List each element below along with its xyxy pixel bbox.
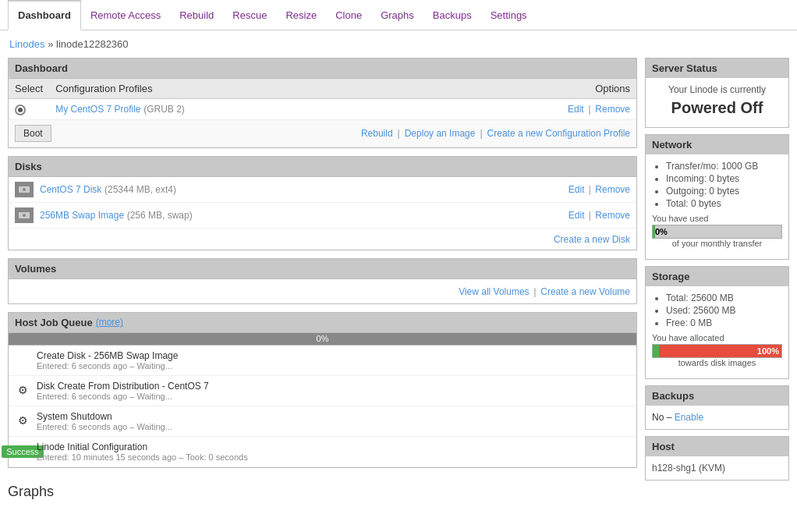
server-status-header: Server Status — [646, 59, 788, 78]
job-title-4: Linode Initial Configuration — [37, 442, 630, 452]
top-navigation: Dashboard Remote Access Rebuild Rescue R… — [0, 0, 797, 30]
tab-remote-access[interactable]: Remote Access — [81, 2, 170, 29]
options-col-header: Options — [434, 79, 636, 99]
tab-settings[interactable]: Settings — [481, 2, 537, 29]
profiles-col-header: Configuration Profiles — [49, 79, 434, 99]
dashboard-section: Dashboard Select Configuration Profiles … — [8, 58, 637, 148]
profile-radio[interactable] — [15, 105, 26, 115]
svg-point-5 — [23, 214, 26, 217]
view-all-volumes-link[interactable]: View all Volumes — [459, 286, 530, 297]
storage-header: Storage — [646, 267, 788, 286]
boot-button[interactable]: Boot — [15, 125, 51, 142]
tab-rebuild[interactable]: Rebuild — [170, 2, 223, 29]
create-volume-link[interactable]: Create a new Volume — [540, 286, 630, 297]
gear-icon-3: ⚙ — [18, 414, 28, 427]
svg-point-2 — [23, 188, 26, 191]
tab-dashboard[interactable]: Dashboard — [8, 0, 81, 30]
profile-edit-link[interactable]: Edit — [568, 104, 584, 115]
tab-resize[interactable]: Resize — [276, 2, 326, 29]
job-row-3: ⚙ System Shutdown Entered: 6 seconds ago… — [9, 406, 636, 437]
job-list: Create Disk - 256MB Swap Image Entered: … — [8, 346, 637, 468]
disks-header: Disks — [8, 156, 637, 177]
network-section: Network Transfer/mo: 1000 GB Incoming: 0… — [645, 134, 789, 260]
transfer-bar-wrap: You have used 0% of your monthly transfe… — [652, 214, 782, 248]
job-row-4: Success Linode Initial Configuration Ent… — [9, 437, 636, 467]
backups-section: Backups No – Enable — [645, 385, 789, 430]
storage-item-0: Total: 25600 MB — [666, 293, 782, 303]
storage-bar-used — [653, 345, 659, 357]
backups-enable[interactable]: Enable — [675, 412, 703, 423]
job-subtitle-3: Entered: 6 seconds ago – Waiting... — [37, 422, 630, 431]
deploy-link[interactable]: Deploy an Image — [405, 128, 476, 139]
tab-graphs[interactable]: Graphs — [371, 2, 423, 29]
rebuild-link[interactable]: Rebuild — [361, 128, 393, 139]
sep1: | — [588, 103, 590, 115]
breadcrumb-separator: » — [45, 38, 56, 50]
job-badge-4: Success — [15, 443, 30, 459]
disks-section: Disks CentOS 7 Disk (25344 MB, ext4) Edi… — [8, 156, 637, 250]
tab-backups[interactable]: Backups — [423, 2, 481, 29]
linodes-link[interactable]: Linodes — [9, 38, 45, 50]
graphs-title: Graphs — [8, 476, 637, 504]
job-icon-2: ⚙ — [15, 382, 30, 398]
disk-edit-1[interactable]: Edit — [569, 184, 585, 195]
profile-remove-link[interactable]: Remove — [595, 104, 630, 115]
create-config-link[interactable]: Create a new Configuration Profile — [487, 128, 630, 139]
backups-no: No — [652, 412, 664, 423]
job-progress-bar: 0% — [8, 333, 637, 346]
job-subtitle-2: Entered: 6 seconds ago – Waiting... — [37, 392, 630, 401]
job-title-2: Disk Create From Distribution - CentOS 7 — [37, 381, 630, 392]
table-row: My CentOS 7 Profile (GRUB 2) Edit | Remo… — [9, 99, 636, 120]
dashboard-header: Dashboard — [8, 58, 637, 79]
job-queue-title: Host Job Queue — [15, 317, 93, 328]
transfer-note: of your monthly transfer — [652, 239, 782, 248]
network-item-0: Transfer/mo: 1000 GB — [666, 161, 782, 172]
network-item-1: Incoming: 0 bytes — [666, 173, 782, 184]
disk-actions-2: Edit | Remove — [569, 210, 630, 221]
job-progress-text: 0% — [317, 334, 329, 343]
tab-clone[interactable]: Clone — [326, 2, 371, 29]
profile-meta: (GRUB 2) — [143, 104, 185, 115]
job-queue-more[interactable]: (more) — [96, 317, 123, 328]
job-queue-header: Host Job Queue (more) — [8, 312, 637, 333]
disk-remove-1[interactable]: Remove — [595, 184, 630, 195]
backups-body: No – Enable — [646, 406, 788, 429]
job-queue-section: Host Job Queue (more) 0% Create Disk - 2… — [8, 312, 637, 468]
storage-bar-wrap: You have allocated 100% towards disk ima… — [652, 333, 782, 367]
job-title-3: System Shutdown — [37, 411, 630, 422]
disk-name-link-1[interactable]: CentOS 7 Disk — [40, 184, 101, 195]
storage-percent: 100% — [757, 346, 779, 356]
job-details-1: Create Disk - 256MB Swap Image Entered: … — [37, 350, 630, 371]
disk-name-link-2[interactable]: 256MB Swap Image — [40, 210, 124, 221]
backups-header: Backups — [646, 386, 788, 406]
profile-radio-cell — [9, 99, 49, 120]
profile-name-cell: My CentOS 7 Profile (GRUB 2) — [49, 99, 434, 120]
disk-icon-2 — [15, 207, 34, 223]
disk-edit-2[interactable]: Edit — [569, 210, 585, 221]
storage-item-1: Used: 25600 MB — [666, 305, 782, 316]
create-disk-link[interactable]: Create a new Disk — [554, 234, 630, 245]
job-row-1: Create Disk - 256MB Swap Image Entered: … — [9, 346, 636, 376]
profile-name-link[interactable]: My CentOS 7 Profile — [55, 104, 140, 115]
server-status-text: Your Linode is currently — [652, 84, 782, 95]
storage-note: towards disk images — [652, 358, 782, 367]
disk-remove-2[interactable]: Remove — [595, 210, 630, 221]
disks-body: CentOS 7 Disk (25344 MB, ext4) Edit | Re… — [8, 177, 637, 250]
storage-item-2: Free: 0 MB — [666, 317, 782, 328]
network-header: Network — [646, 135, 788, 154]
select-col-header: Select — [9, 79, 49, 99]
network-item-3: Total: 0 bytes — [666, 198, 782, 209]
host-value: h128-shg1 (KVM) — [652, 463, 725, 473]
volumes-body: View all Volumes | Create a new Volume — [8, 279, 637, 304]
tab-rescue[interactable]: Rescue — [223, 2, 276, 29]
host-body: h128-shg1 (KVM) — [646, 456, 788, 480]
network-list: Transfer/mo: 1000 GB Incoming: 0 bytes O… — [652, 161, 782, 209]
transfer-bar-fill: 0% — [653, 225, 655, 238]
network-body: Transfer/mo: 1000 GB Incoming: 0 bytes O… — [646, 154, 788, 259]
allocated-label: You have allocated — [652, 333, 782, 342]
used-label: You have used — [652, 214, 782, 223]
disk-actions-1: Edit | Remove — [569, 184, 630, 195]
job-icon-1 — [15, 352, 30, 367]
config-profiles-table: Select Configuration Profiles Options My… — [9, 79, 636, 120]
job-details-2: Disk Create From Distribution - CentOS 7… — [37, 381, 630, 401]
